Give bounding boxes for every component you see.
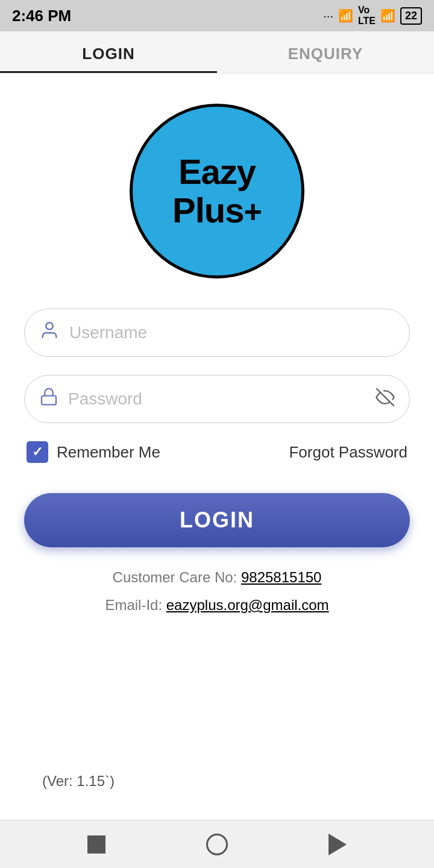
logo-line2: Plus+: [172, 191, 262, 230]
remember-row: ✓ Remember Me Forgot Password: [24, 441, 410, 463]
svg-point-0: [46, 322, 52, 329]
remember-me-label: Remember Me: [57, 443, 160, 462]
signal-bars-icon: 📶: [338, 8, 353, 23]
tab-login[interactable]: LOGIN: [0, 31, 217, 73]
home-circle-icon: [206, 834, 228, 855]
email-address[interactable]: eazyplus.org@gmail.com: [166, 597, 329, 613]
bottom-nav: [0, 820, 434, 868]
password-wrapper: [24, 375, 410, 423]
status-bar: 2:46 PM ··· 📶 VoLTE 📶 22: [0, 0, 434, 31]
login-button[interactable]: LOGIN: [24, 493, 410, 547]
email-label: Email-Id:: [105, 597, 162, 613]
username-group: [24, 309, 410, 357]
tab-enquiry[interactable]: ENQUIRY: [217, 31, 434, 73]
back-arrow-icon: [329, 834, 347, 855]
signal-dots-icon: ···: [323, 9, 333, 23]
logo-text: Eazy Plus+: [172, 153, 262, 230]
logo-container: Eazy Plus+: [130, 104, 304, 278]
customer-care-label: Customer Care No:: [113, 569, 237, 585]
battery-icon: 22: [400, 7, 422, 25]
logo-line1: Eazy: [172, 153, 262, 191]
email-line: Email-Id: eazyplus.org@gmail.com: [105, 597, 329, 614]
status-time: 2:46 PM: [12, 7, 71, 25]
lock-icon: [39, 387, 58, 411]
stop-icon: [87, 835, 105, 854]
customer-care-line: Customer Care No: 9825815150: [105, 569, 329, 586]
remember-left: ✓ Remember Me: [27, 441, 160, 463]
contact-info: Customer Care No: 9825815150 Email-Id: e…: [105, 569, 329, 624]
customer-care-number[interactable]: 9825815150: [241, 569, 321, 585]
wifi-icon: 📶: [380, 8, 395, 23]
remember-checkbox[interactable]: ✓: [27, 441, 48, 463]
checkmark-icon: ✓: [32, 444, 43, 460]
nav-back-button[interactable]: [324, 831, 351, 858]
svg-rect-1: [42, 396, 56, 405]
lte-icon: VoLTE: [358, 5, 376, 27]
version-text: (Ver: 1.15`): [24, 749, 410, 802]
forgot-password-link[interactable]: Forgot Password: [289, 443, 407, 462]
password-input[interactable]: [68, 389, 376, 409]
nav-stop-button[interactable]: [83, 831, 110, 858]
username-input[interactable]: [69, 323, 395, 342]
username-wrapper: [24, 309, 410, 357]
eye-off-icon[interactable]: [376, 388, 395, 411]
status-icons: ··· 📶 VoLTE 📶 22: [323, 5, 422, 27]
nav-home-button[interactable]: [204, 831, 230, 858]
logo-circle: Eazy Plus+: [130, 104, 304, 278]
tabs-container: LOGIN ENQUIRY: [0, 31, 434, 74]
main-content: Eazy Plus+: [0, 74, 434, 820]
user-icon: [39, 320, 60, 345]
password-group: [24, 375, 410, 423]
